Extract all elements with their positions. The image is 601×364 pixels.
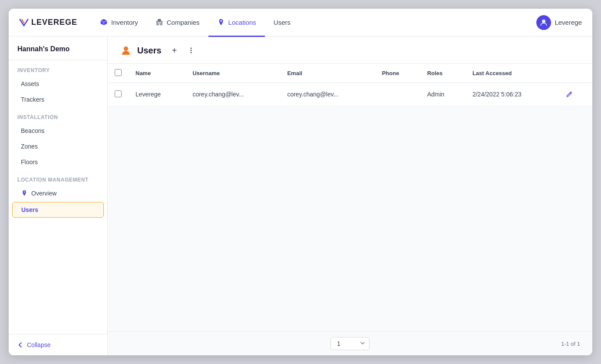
sidebar-item-label: Beacons <box>21 127 44 134</box>
user-name: Leverege <box>555 19 582 26</box>
brand-name: LEVEREGE <box>31 18 77 27</box>
sidebar-item-label: Assets <box>21 80 39 87</box>
nav-item-inventory[interactable]: Inventory <box>91 9 147 37</box>
col-last-accessed: Last Accessed <box>466 64 557 83</box>
content-area: Users + <box>108 36 592 355</box>
nav-label-inventory: Inventory <box>111 19 138 26</box>
nav-label-locations: Locations <box>228 19 256 26</box>
sidebar-section-inventory: Inventory <box>9 60 107 76</box>
sidebar-section-location-management: Location Management <box>9 170 107 185</box>
nav-item-locations[interactable]: Locations <box>208 9 265 37</box>
nav-label-users: Users <box>274 19 291 26</box>
svg-point-8 <box>24 192 25 193</box>
row-roles: Admin <box>420 83 466 106</box>
row-select <box>108 83 129 106</box>
sidebar-item-floors[interactable]: Floors <box>9 154 107 170</box>
svg-rect-5 <box>159 23 160 26</box>
svg-point-10 <box>190 48 192 49</box>
nav-item-companies[interactable]: Companies <box>147 9 208 37</box>
sidebar: Hannah's Demo Inventory Assets Trackers … <box>9 36 108 355</box>
row-username: corey.chang@lev... <box>185 83 280 106</box>
sidebar-item-beacons[interactable]: Beacons <box>9 123 107 139</box>
sidebar-item-overview[interactable]: Overview <box>9 185 107 201</box>
svg-rect-2 <box>158 19 161 21</box>
add-user-button[interactable]: + <box>168 44 181 56</box>
avatar-icon <box>539 18 548 27</box>
select-all-header <box>108 64 129 83</box>
nav-right: Leverege <box>536 15 582 30</box>
edit-user-button[interactable] <box>564 89 575 99</box>
more-options-button[interactable] <box>185 44 197 56</box>
svg-point-11 <box>190 50 192 51</box>
row-name: Leverege <box>129 83 185 106</box>
col-name: Name <box>129 64 185 83</box>
svg-rect-4 <box>160 22 161 23</box>
col-roles: Roles <box>420 64 466 83</box>
user-avatar <box>536 15 551 30</box>
svg-rect-3 <box>158 22 159 23</box>
row-email: corey.chang@lev... <box>280 83 375 106</box>
sidebar-header: Hannah's Demo <box>9 36 107 60</box>
select-all-checkbox[interactable] <box>115 69 122 76</box>
sidebar-item-zones[interactable]: Zones <box>9 139 107 154</box>
col-phone: Phone <box>375 64 420 83</box>
sidebar-item-label: Floors <box>21 159 38 165</box>
sidebar-item-label: Users <box>21 206 38 213</box>
pagination-bar: 1 1-1 of 1 <box>108 331 592 355</box>
users-table: Name Username Email Phone <box>108 64 592 106</box>
main-layout: Hannah's Demo Inventory Assets Trackers … <box>9 36 592 355</box>
three-dots-icon <box>187 46 195 54</box>
building-icon <box>155 18 163 26</box>
row-phone <box>375 83 420 106</box>
svg-point-6 <box>220 20 222 22</box>
chevron-left-icon <box>17 342 23 348</box>
pencil-icon <box>566 91 573 98</box>
header-actions: + <box>168 44 197 56</box>
page-select[interactable]: 1 <box>330 337 370 350</box>
top-nav: LEVEREGE Inventory <box>9 9 592 36</box>
location-pin-icon <box>21 190 28 197</box>
svg-point-7 <box>542 20 545 23</box>
users-page-icon <box>120 44 132 56</box>
nav-label-companies: Companies <box>167 19 200 26</box>
nav-item-users[interactable]: Users <box>265 9 299 37</box>
row-edit <box>557 83 592 106</box>
row-checkbox[interactable] <box>115 90 122 97</box>
sidebar-item-label: Zones <box>21 143 38 150</box>
sidebar-item-label: Trackers <box>21 96 44 103</box>
logo[interactable]: LEVEREGE <box>19 18 77 27</box>
row-last-accessed: 2/24/2022 5:06:23 <box>466 83 557 106</box>
logo-icon <box>19 18 29 27</box>
page-select-wrapper: 1 <box>330 337 370 350</box>
table-container: Name Username Email Phone <box>108 64 592 331</box>
sidebar-item-trackers[interactable]: Trackers <box>9 92 107 107</box>
table-header-row: Name Username Email Phone <box>108 64 592 83</box>
collapse-label: Collapse <box>27 341 50 348</box>
pin-icon <box>217 18 225 26</box>
table-row: Leverege corey.chang@lev... corey.chang@… <box>108 83 592 106</box>
pagination-info: 1-1 of 1 <box>561 341 580 347</box>
col-username: Username <box>185 64 280 83</box>
sidebar-section-installation: Installation <box>9 107 107 123</box>
sidebar-item-assets[interactable]: Assets <box>9 76 107 92</box>
svg-point-12 <box>190 52 192 53</box>
col-email: Email <box>280 64 375 83</box>
nav-items: Inventory Companies Locations <box>91 9 536 36</box>
content-header: Users + <box>108 36 592 64</box>
cube-icon <box>100 18 108 26</box>
page-title: Users <box>137 46 162 56</box>
sidebar-item-label: Overview <box>31 190 56 197</box>
col-actions <box>557 64 592 83</box>
sidebar-collapse-btn[interactable]: Collapse <box>9 334 107 355</box>
svg-point-9 <box>124 46 128 51</box>
sidebar-item-users[interactable]: Users <box>12 202 104 218</box>
